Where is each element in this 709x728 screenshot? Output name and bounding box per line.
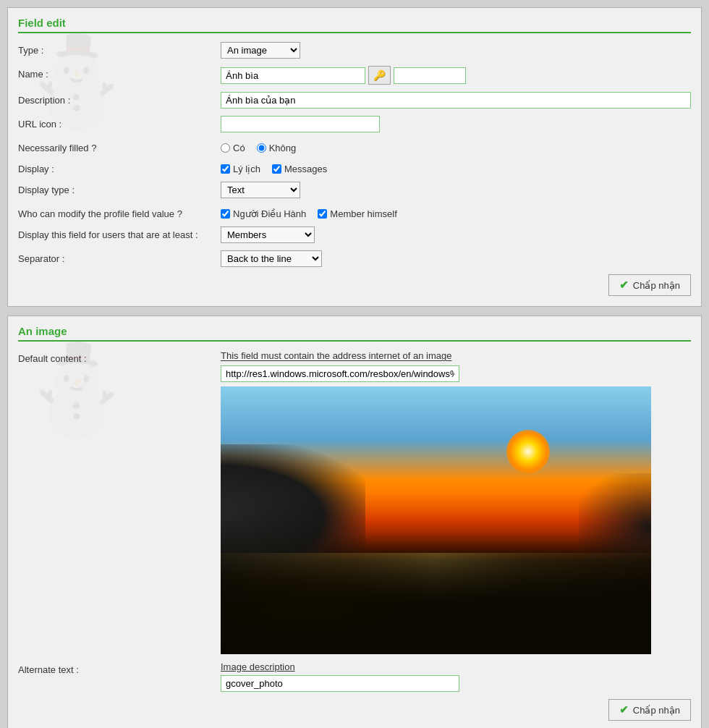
who-modify-nguoi-checkbox[interactable] bbox=[221, 209, 230, 219]
display-messages-label[interactable]: Messages bbox=[272, 164, 327, 174]
url-icon-input[interactable] bbox=[221, 116, 380, 132]
type-label: Type : bbox=[18, 42, 221, 56]
display-ly-lich-label[interactable]: Lý lịch bbox=[221, 164, 260, 174]
sun-glow bbox=[506, 430, 550, 473]
radio-co[interactable] bbox=[221, 143, 230, 153]
url-icon-control bbox=[221, 116, 691, 132]
description-row: Description : bbox=[18, 92, 691, 109]
default-content-text: This field must contain the address inte… bbox=[221, 350, 691, 361]
type-row: Type : An image bbox=[18, 42, 691, 59]
alternate-text-control: Image description bbox=[221, 661, 691, 692]
name-input[interactable] bbox=[221, 67, 365, 84]
who-modify-label: Who can modify the profile field value ? bbox=[18, 206, 221, 219]
alternate-text-label: Alternate text : bbox=[18, 661, 221, 675]
necessarily-radio-group: Có Không bbox=[221, 140, 691, 153]
display-label: Display : bbox=[18, 161, 221, 174]
who-modify-row: Who can modify the profile field value ?… bbox=[18, 206, 691, 219]
who-modify-member-checkbox[interactable] bbox=[318, 209, 327, 219]
field-edit-accept-button[interactable]: ✔ Chấp nhận bbox=[608, 274, 691, 296]
display-messages-text: Messages bbox=[284, 164, 327, 174]
display-ly-lich-text: Lý lịch bbox=[233, 164, 260, 174]
who-modify-nguoi-label[interactable]: Người Điều Hành bbox=[221, 208, 306, 219]
necessarily-control: Có Không bbox=[221, 140, 691, 153]
image-overlay bbox=[221, 494, 651, 654]
separator-row: Separator : Back to the line bbox=[18, 250, 691, 267]
an-image-accept-label: Chấp nhận bbox=[633, 705, 680, 716]
separator-select[interactable]: Back to the line bbox=[221, 250, 322, 267]
key-icon-button[interactable]: 🔑 bbox=[368, 66, 391, 85]
name-control: 🔑 bbox=[221, 66, 691, 85]
an-image-section: ⛄ An image Default content : This field … bbox=[7, 316, 702, 728]
field-edit-title: Field edit bbox=[18, 17, 691, 33]
name-row: Name : 🔑 bbox=[18, 66, 691, 85]
description-label: Description : bbox=[18, 92, 221, 106]
who-modify-nguoi-text: Người Điều Hành bbox=[233, 208, 306, 219]
display-type-row: Display type : Text bbox=[18, 182, 691, 198]
separator-label: Separator : bbox=[18, 250, 221, 264]
who-modify-checkbox-group: Người Điều Hành Member himself bbox=[221, 206, 691, 219]
display-users-select[interactable]: Members bbox=[221, 227, 315, 243]
field-edit-accept-label: Chấp nhận bbox=[633, 280, 680, 291]
alternate-text-row: Alternate text : Image description bbox=[18, 661, 691, 692]
who-modify-control: Người Điều Hành Member himself bbox=[221, 206, 691, 219]
display-type-control: Text bbox=[221, 182, 691, 198]
default-content-control: This field must contain the address inte… bbox=[221, 350, 691, 654]
separator-control: Back to the line bbox=[221, 250, 691, 267]
an-image-submit-row: ✔ Chấp nhận bbox=[18, 699, 691, 721]
field-edit-section: ⛄ Field edit Type : An image Name : 🔑 bbox=[7, 7, 702, 307]
type-control: An image bbox=[221, 42, 691, 59]
radio-co-label[interactable]: Có bbox=[221, 143, 245, 153]
radio-co-text: Có bbox=[233, 143, 245, 153]
necessarily-label: Necessarily filled ? bbox=[18, 140, 221, 153]
display-users-row: Display this field for users that are at… bbox=[18, 227, 691, 243]
an-image-title: An image bbox=[18, 325, 691, 342]
description-input[interactable] bbox=[221, 92, 691, 109]
who-modify-member-text: Member himself bbox=[330, 208, 396, 219]
url-icon-label: URL icon : bbox=[18, 116, 221, 130]
url-icon-row: URL icon : bbox=[18, 116, 691, 132]
radio-khong-text: Không bbox=[269, 143, 297, 153]
radio-khong[interactable] bbox=[257, 143, 266, 153]
radio-khong-label[interactable]: Không bbox=[257, 143, 297, 153]
name-group: 🔑 bbox=[221, 66, 691, 85]
default-content-row: Default content : This field must contai… bbox=[18, 350, 691, 654]
image-preview bbox=[221, 386, 651, 654]
name-label: Name : bbox=[18, 66, 221, 80]
field-edit-submit-row: ✔ Chấp nhận bbox=[18, 274, 691, 296]
image-description-label: Image description bbox=[221, 661, 691, 672]
default-content-label: Default content : bbox=[18, 350, 221, 364]
display-users-label: Display this field for users that are at… bbox=[18, 227, 221, 240]
image-url-input[interactable] bbox=[221, 365, 459, 382]
display-messages-checkbox[interactable] bbox=[272, 164, 281, 174]
an-image-check-icon: ✔ bbox=[619, 703, 629, 716]
description-control bbox=[221, 92, 691, 109]
who-modify-member-label[interactable]: Member himself bbox=[318, 208, 396, 219]
default-content-area: This field must contain the address inte… bbox=[221, 350, 691, 654]
accept-check-icon: ✔ bbox=[619, 279, 629, 292]
alt-text-input[interactable] bbox=[221, 675, 459, 692]
display-control: Lý lịch Messages bbox=[221, 161, 691, 174]
display-row: Display : Lý lịch Messages bbox=[18, 161, 691, 174]
type-select[interactable]: An image bbox=[221, 42, 300, 59]
necessarily-row: Necessarily filled ? Có Không bbox=[18, 140, 691, 153]
an-image-accept-button[interactable]: ✔ Chấp nhận bbox=[608, 699, 691, 721]
display-ly-lich-checkbox[interactable] bbox=[221, 164, 230, 174]
display-type-label: Display type : bbox=[18, 182, 221, 195]
name-suffix-input[interactable] bbox=[394, 67, 466, 84]
display-checkbox-group: Lý lịch Messages bbox=[221, 161, 691, 174]
display-type-select[interactable]: Text bbox=[221, 182, 300, 198]
display-users-control: Members bbox=[221, 227, 691, 243]
